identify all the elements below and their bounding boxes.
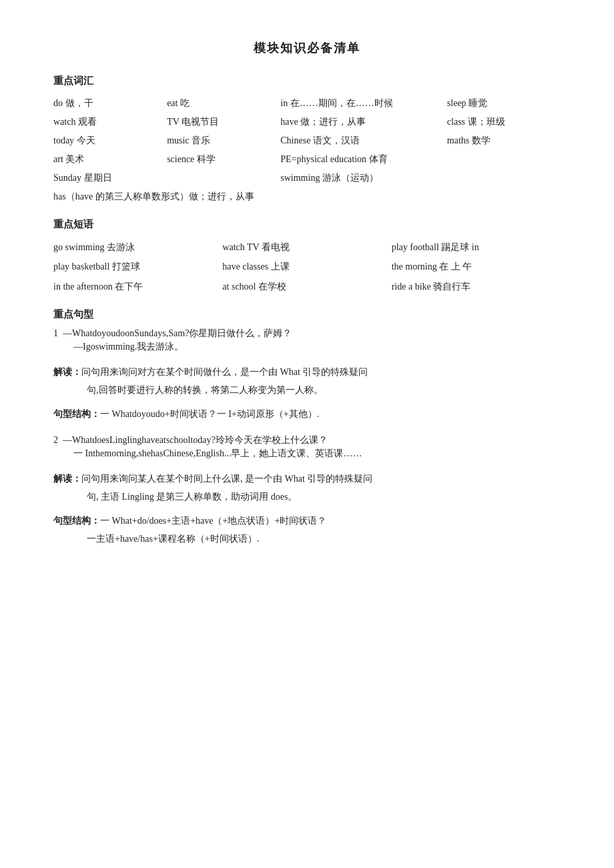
sentence-1-q: 1 —WhatdoyoudoonSundays,Sam?你星期日做什么，萨姆？ [53, 328, 561, 340]
vocab-cell-3-3 [447, 150, 561, 169]
phrase-heading: 重点短语 [53, 218, 561, 231]
juxing-text-1: 一 Whatdoyoudo+时间状语？一 I+动词原形（+其他）. [100, 409, 319, 419]
phrase-cell-1-1: have classes 上课 [222, 257, 391, 276]
jiedu-block-2: 解读：问句用来询问某人在某个时间上什么课, 是一个由 What 引导的特殊疑问 … [53, 470, 561, 506]
phrase-cell-0-2: play football 踢足球 in [392, 238, 561, 257]
vocab-cell-3-1: science 科学 [167, 150, 280, 169]
vocab-cell-0-3: sleep 睡觉 [447, 94, 561, 113]
jiedu-text-2: 问句用来询问某人在某个时间上什么课, 是一个由 What 引导的特殊疑问 [81, 474, 372, 484]
vocab-cell-2-3: maths 数学 [447, 131, 561, 150]
sentence-block-1: 1 —WhatdoyoudoonSundays,Sam?你星期日做什么，萨姆？ … [53, 328, 561, 353]
sentence-1-a: —Igoswimming.我去游泳。 [53, 341, 561, 353]
phrase-table: go swimming 去游泳watch TV 看电视play football… [53, 238, 561, 296]
vocab-cell-0-2: in 在……期间，在……时候 [280, 94, 447, 113]
phrase-cell-1-0: play basketball 打篮球 [53, 257, 222, 276]
sentence-2-q: 2 —WhatdoesLinglinghaveatschooltoday?玲玲今… [53, 434, 561, 446]
vocab-cell-1-3: class 课；班级 [447, 113, 561, 131]
sentence-section: 1 —WhatdoyoudoonSundays,Sam?你星期日做什么，萨姆？ … [53, 328, 561, 548]
vocab-cell-1-0: watch 观看 [53, 113, 167, 131]
phrase-cell-0-1: watch TV 看电视 [222, 238, 391, 257]
vocab-cell-0-0: do 做，干 [53, 94, 167, 113]
jiedu-text-1: 问句用来询问对方在某个时间做什么，是一个由 What 引导的特殊疑问 [81, 367, 368, 377]
juxing-indent-2: 一主语+have/has+课程名称（+时间状语）. [53, 530, 561, 548]
vocab-cell-3-2: PE=physical education 体育 [280, 150, 447, 169]
phrase-cell-0-0: go swimming 去游泳 [53, 238, 222, 257]
juxing-block-2: 句型结构：一 What+do/does+主语+have（+地点状语）+时间状语？… [53, 512, 561, 548]
page-title: 模块知识必备清单 [53, 40, 561, 56]
jiedu-label-2: 解读： [53, 474, 81, 484]
vocab-heading: 重点词汇 [53, 75, 561, 87]
sentence-2-a: 一 Inthemorning,shehasChinese,English...早… [53, 448, 561, 460]
phrase-cell-2-1: at school 在学校 [222, 277, 391, 296]
jiedu-label-1: 解读： [53, 367, 81, 377]
phrase-cell-2-2: ride a bike 骑自行车 [392, 277, 561, 296]
juxing-label-2: 句型结构： [53, 516, 100, 526]
vocab-cell-3-0: art 美术 [53, 150, 167, 169]
sentence-heading: 重点句型 [53, 308, 561, 321]
juxing-block-1: 句型结构：一 Whatdoyoudo+时间状语？一 I+动词原形（+其他）. [53, 406, 561, 424]
juxing-text-2a: 一 What+do/does+主语+have（+地点状语）+时间状语？ [100, 516, 326, 526]
vocab-table: do 做，干eat 吃in 在……期间，在……时候sleep 睡觉watch 观… [53, 94, 561, 187]
jiedu-block-1: 解读：问句用来询问对方在某个时间做什么，是一个由 What 引导的特殊疑问 句,… [53, 364, 561, 399]
vocab-cell-0-1: eat 吃 [167, 94, 280, 113]
vocab-cell-4-3 [447, 169, 561, 187]
vocab-cell-4-0: Sunday 星期日 [53, 169, 167, 187]
vocab-cell-4-1 [167, 169, 280, 187]
jiedu-indent-1: 句,回答时要进行人称的转换，将第二人称变为第一人称。 [53, 382, 561, 400]
juxing-label-1: 句型结构： [53, 409, 100, 419]
vocab-cell-2-1: music 音乐 [167, 131, 280, 150]
jiedu-indent-2: 句, 主语 Lingling 是第三人称单数，助动词用 does。 [53, 488, 561, 506]
phrase-cell-1-2: the morning 在 上 午 [392, 257, 561, 276]
phrase-cell-2-0: in the afternoon 在下午 [53, 277, 222, 296]
vocab-cell-1-1: TV 电视节目 [167, 113, 280, 131]
vocab-cell-2-0: today 今天 [53, 131, 167, 150]
sentence-block-2: 2 —WhatdoesLinglinghaveatschooltoday?玲玲今… [53, 434, 561, 460]
vocab-cell-2-2: Chinese 语文，汉语 [280, 131, 447, 150]
vocab-cell-1-2: have 做；进行，从事 [280, 113, 447, 131]
vocab-cell-4-2: swimming 游泳（运动） [280, 169, 447, 187]
vocab-extra: has（have 的第三人称单数形式）做；进行，从事 [53, 187, 561, 206]
